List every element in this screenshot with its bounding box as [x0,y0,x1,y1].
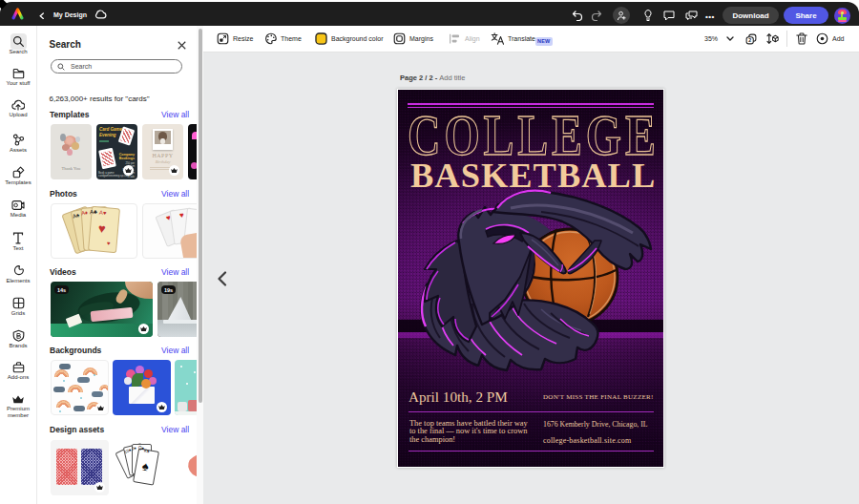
svg-text:2: 2 [748,37,751,43]
